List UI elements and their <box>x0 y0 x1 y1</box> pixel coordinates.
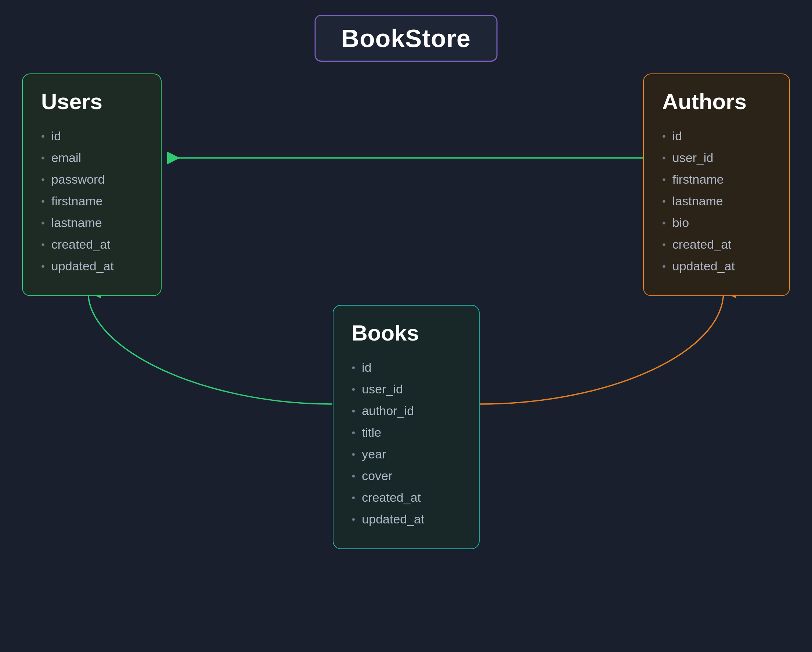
users-field-id: id <box>41 125 142 147</box>
users-field-email: email <box>41 147 142 169</box>
authors-title: Authors <box>662 89 771 114</box>
users-field-password: password <box>41 169 142 190</box>
books-field-updated-at: updated_at <box>352 508 461 530</box>
users-entity: Users id email password firstname lastna… <box>22 73 162 296</box>
authors-field-id: id <box>662 125 771 147</box>
books-field-year: year <box>352 443 461 465</box>
books-fields: id user_id author_id title year cover cr… <box>352 357 461 530</box>
users-field-firstname: firstname <box>41 190 142 212</box>
authors-field-updated-at: updated_at <box>662 255 771 277</box>
books-field-created-at: created_at <box>352 487 461 508</box>
arrow-books-to-users <box>88 292 332 404</box>
authors-fields: id user_id firstname lastname bio create… <box>662 125 771 277</box>
books-title: Books <box>352 320 461 346</box>
books-entity: Books id user_id author_id title year co… <box>333 305 480 549</box>
users-title: Users <box>41 89 142 114</box>
books-field-user-id: user_id <box>352 378 461 400</box>
users-field-lastname: lastname <box>41 212 142 234</box>
app-title: BookStore <box>341 24 471 52</box>
authors-field-user-id: user_id <box>662 147 771 169</box>
users-field-updated-at: updated_at <box>41 255 142 277</box>
books-field-title: title <box>352 422 461 443</box>
arrow-books-to-authors <box>480 292 723 404</box>
authors-field-lastname: lastname <box>662 190 771 212</box>
users-field-created-at: created_at <box>41 234 142 255</box>
authors-field-bio: bio <box>662 212 771 234</box>
title-box: BookStore <box>314 15 498 62</box>
authors-entity: Authors id user_id firstname lastname bi… <box>643 73 790 296</box>
users-fields: id email password firstname lastname cre… <box>41 125 142 277</box>
authors-field-firstname: firstname <box>662 169 771 190</box>
authors-field-created-at: created_at <box>662 234 771 255</box>
books-field-cover: cover <box>352 465 461 487</box>
books-field-author-id: author_id <box>352 400 461 422</box>
diagram-container: BookStore Users id email password firstn… <box>0 0 812 652</box>
books-field-id: id <box>352 357 461 378</box>
